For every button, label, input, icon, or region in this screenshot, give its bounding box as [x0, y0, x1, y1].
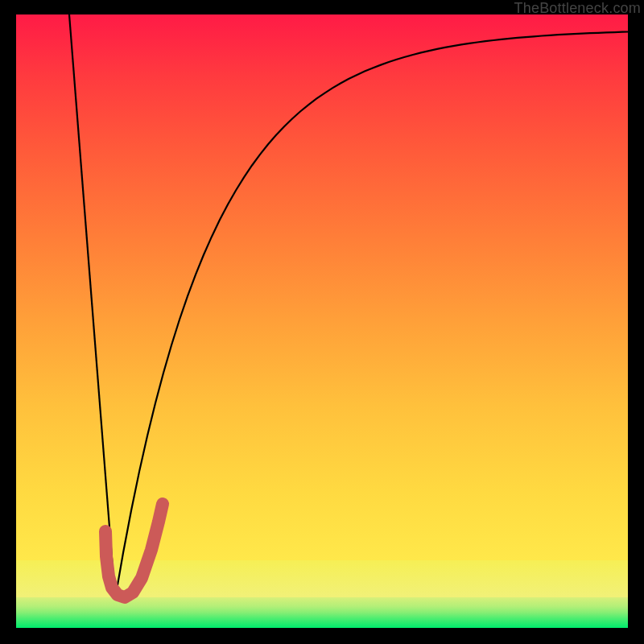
- chart-area: [16, 14, 628, 628]
- attribution-text: TheBottleneck.com: [514, 0, 641, 17]
- chart-svg: [16, 14, 628, 628]
